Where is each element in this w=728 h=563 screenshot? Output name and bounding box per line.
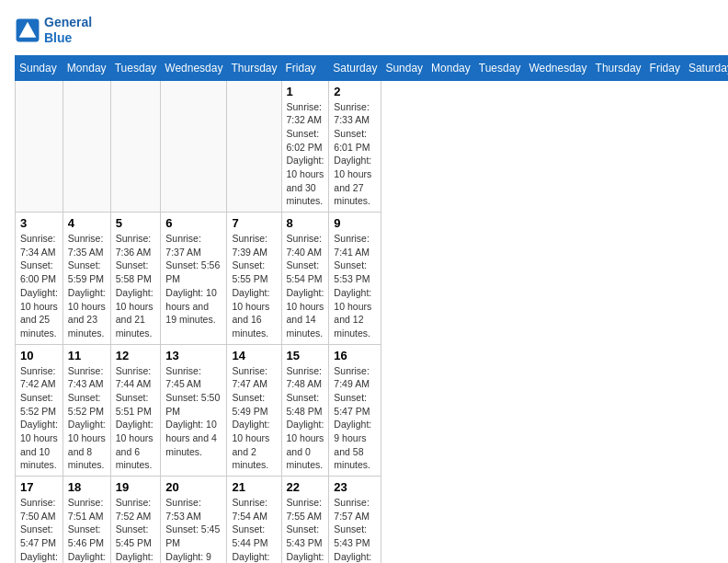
day-info: Sunrise: 7:50 AM Sunset: 5:47 PM Dayligh… bbox=[20, 496, 58, 563]
calendar-cell: 21Sunrise: 7:54 AM Sunset: 5:44 PM Dayli… bbox=[227, 477, 281, 563]
week-row-3: 10Sunrise: 7:42 AM Sunset: 5:52 PM Dayli… bbox=[16, 344, 729, 477]
day-number: 9 bbox=[334, 216, 376, 230]
day-info: Sunrise: 7:48 AM Sunset: 5:48 PM Dayligh… bbox=[287, 364, 324, 473]
day-number: 1 bbox=[287, 85, 324, 98]
day-number: 16 bbox=[334, 349, 376, 362]
col-header-wednesday: Wednesday bbox=[525, 55, 591, 80]
day-info: Sunrise: 7:49 AM Sunset: 5:47 PM Dayligh… bbox=[334, 364, 376, 473]
calendar-cell: 7Sunrise: 7:39 AM Sunset: 5:55 PM Daylig… bbox=[227, 213, 281, 345]
day-number: 2 bbox=[334, 85, 376, 98]
day-number: 14 bbox=[232, 349, 276, 362]
calendar-table: SundayMondayTuesdayWednesdayThursdayFrid… bbox=[15, 55, 728, 563]
day-number: 8 bbox=[287, 216, 324, 230]
calendar-cell: 20Sunrise: 7:53 AM Sunset: 5:45 PM Dayli… bbox=[161, 477, 227, 563]
calendar-cell bbox=[16, 80, 63, 213]
logo-icon bbox=[15, 17, 40, 43]
calendar-cell bbox=[63, 80, 110, 213]
calendar-cell bbox=[161, 80, 227, 213]
header-sunday: Sunday bbox=[16, 55, 63, 80]
calendar-cell: 16Sunrise: 7:49 AM Sunset: 5:47 PM Dayli… bbox=[329, 344, 381, 477]
header-monday: Monday bbox=[63, 55, 110, 80]
header-saturday: Saturday bbox=[329, 55, 381, 80]
day-info: Sunrise: 7:43 AM Sunset: 5:52 PM Dayligh… bbox=[68, 364, 106, 473]
day-number: 15 bbox=[287, 349, 324, 362]
day-info: Sunrise: 7:44 AM Sunset: 5:51 PM Dayligh… bbox=[116, 364, 156, 473]
calendar-cell: 19Sunrise: 7:52 AM Sunset: 5:45 PM Dayli… bbox=[110, 477, 161, 563]
day-number: 22 bbox=[287, 480, 324, 494]
day-number: 5 bbox=[116, 216, 156, 230]
calendar-header-row: SundayMondayTuesdayWednesdayThursdayFrid… bbox=[16, 55, 729, 80]
calendar-cell: 13Sunrise: 7:45 AM Sunset: 5:50 PM Dayli… bbox=[161, 344, 227, 477]
day-info: Sunrise: 7:40 AM Sunset: 5:54 PM Dayligh… bbox=[287, 232, 324, 340]
day-info: Sunrise: 7:33 AM Sunset: 6:01 PM Dayligh… bbox=[334, 100, 376, 209]
calendar-cell: 5Sunrise: 7:36 AM Sunset: 5:58 PM Daylig… bbox=[110, 213, 161, 345]
calendar-cell: 8Sunrise: 7:40 AM Sunset: 5:54 PM Daylig… bbox=[281, 213, 329, 345]
day-info: Sunrise: 7:34 AM Sunset: 6:00 PM Dayligh… bbox=[20, 232, 58, 340]
day-info: Sunrise: 7:36 AM Sunset: 5:58 PM Dayligh… bbox=[116, 232, 156, 340]
day-info: Sunrise: 7:42 AM Sunset: 5:52 PM Dayligh… bbox=[20, 364, 58, 473]
day-number: 19 bbox=[116, 480, 156, 494]
header-wednesday: Wednesday bbox=[161, 55, 227, 80]
day-number: 18 bbox=[68, 480, 106, 494]
day-number: 4 bbox=[68, 216, 106, 230]
day-info: Sunrise: 7:45 AM Sunset: 5:50 PM Dayligh… bbox=[165, 364, 222, 459]
day-info: Sunrise: 7:52 AM Sunset: 5:45 PM Dayligh… bbox=[116, 496, 156, 563]
header-thursday: Thursday bbox=[227, 55, 281, 80]
day-number: 3 bbox=[20, 216, 58, 230]
day-info: Sunrise: 7:32 AM Sunset: 6:02 PM Dayligh… bbox=[287, 100, 324, 209]
day-number: 12 bbox=[116, 349, 156, 362]
day-info: Sunrise: 7:57 AM Sunset: 5:43 PM Dayligh… bbox=[334, 496, 376, 563]
day-info: Sunrise: 7:54 AM Sunset: 5:44 PM Dayligh… bbox=[232, 496, 276, 563]
calendar-cell: 3Sunrise: 7:34 AM Sunset: 6:00 PM Daylig… bbox=[16, 213, 63, 345]
col-header-monday: Monday bbox=[427, 55, 475, 80]
calendar-cell: 10Sunrise: 7:42 AM Sunset: 5:52 PM Dayli… bbox=[16, 344, 63, 477]
day-number: 7 bbox=[232, 216, 276, 230]
calendar-cell: 1Sunrise: 7:32 AM Sunset: 6:02 PM Daylig… bbox=[281, 80, 329, 213]
calendar-cell: 23Sunrise: 7:57 AM Sunset: 5:43 PM Dayli… bbox=[329, 477, 381, 563]
day-number: 11 bbox=[68, 349, 106, 362]
calendar-cell: 15Sunrise: 7:48 AM Sunset: 5:48 PM Dayli… bbox=[281, 344, 329, 477]
day-number: 10 bbox=[20, 349, 58, 362]
day-number: 20 bbox=[165, 480, 222, 494]
calendar-cell: 2Sunrise: 7:33 AM Sunset: 6:01 PM Daylig… bbox=[329, 80, 381, 213]
day-number: 6 bbox=[165, 216, 222, 230]
col-header-friday: Friday bbox=[645, 55, 684, 80]
calendar-cell: 12Sunrise: 7:44 AM Sunset: 5:51 PM Dayli… bbox=[110, 344, 161, 477]
col-header-sunday: Sunday bbox=[381, 55, 427, 80]
calendar-cell: 9Sunrise: 7:41 AM Sunset: 5:53 PM Daylig… bbox=[329, 213, 381, 345]
page-header: General Blue bbox=[15, 15, 713, 46]
header-friday: Friday bbox=[281, 55, 329, 80]
day-info: Sunrise: 7:51 AM Sunset: 5:46 PM Dayligh… bbox=[68, 496, 106, 563]
calendar-cell: 11Sunrise: 7:43 AM Sunset: 5:52 PM Dayli… bbox=[63, 344, 110, 477]
day-info: Sunrise: 7:39 AM Sunset: 5:55 PM Dayligh… bbox=[232, 232, 276, 340]
day-number: 17 bbox=[20, 480, 58, 494]
day-number: 13 bbox=[165, 349, 222, 362]
calendar-cell bbox=[227, 80, 281, 213]
col-header-tuesday: Tuesday bbox=[474, 55, 525, 80]
calendar-cell bbox=[110, 80, 161, 213]
day-info: Sunrise: 7:47 AM Sunset: 5:49 PM Dayligh… bbox=[232, 364, 276, 473]
day-info: Sunrise: 7:35 AM Sunset: 5:59 PM Dayligh… bbox=[68, 232, 106, 340]
calendar-cell: 17Sunrise: 7:50 AM Sunset: 5:47 PM Dayli… bbox=[16, 477, 63, 563]
day-info: Sunrise: 7:41 AM Sunset: 5:53 PM Dayligh… bbox=[334, 232, 376, 340]
header-tuesday: Tuesday bbox=[110, 55, 161, 80]
week-row-1: 1Sunrise: 7:32 AM Sunset: 6:02 PM Daylig… bbox=[16, 80, 729, 213]
col-header-thursday: Thursday bbox=[591, 55, 645, 80]
col-header-saturday: Saturday bbox=[684, 55, 728, 80]
calendar-cell: 18Sunrise: 7:51 AM Sunset: 5:46 PM Dayli… bbox=[63, 477, 110, 563]
logo-text: General Blue bbox=[44, 15, 92, 46]
logo: General Blue bbox=[15, 15, 92, 46]
week-row-4: 17Sunrise: 7:50 AM Sunset: 5:47 PM Dayli… bbox=[16, 477, 729, 563]
calendar-cell: 4Sunrise: 7:35 AM Sunset: 5:59 PM Daylig… bbox=[63, 213, 110, 345]
calendar-cell: 6Sunrise: 7:37 AM Sunset: 5:56 PM Daylig… bbox=[161, 213, 227, 345]
day-number: 21 bbox=[232, 480, 276, 494]
calendar-cell: 22Sunrise: 7:55 AM Sunset: 5:43 PM Dayli… bbox=[281, 477, 329, 563]
week-row-2: 3Sunrise: 7:34 AM Sunset: 6:00 PM Daylig… bbox=[16, 213, 729, 345]
day-info: Sunrise: 7:53 AM Sunset: 5:45 PM Dayligh… bbox=[165, 496, 222, 563]
day-info: Sunrise: 7:55 AM Sunset: 5:43 PM Dayligh… bbox=[287, 496, 324, 563]
day-number: 23 bbox=[334, 480, 376, 494]
day-info: Sunrise: 7:37 AM Sunset: 5:56 PM Dayligh… bbox=[165, 232, 222, 327]
calendar-cell: 14Sunrise: 7:47 AM Sunset: 5:49 PM Dayli… bbox=[227, 344, 281, 477]
